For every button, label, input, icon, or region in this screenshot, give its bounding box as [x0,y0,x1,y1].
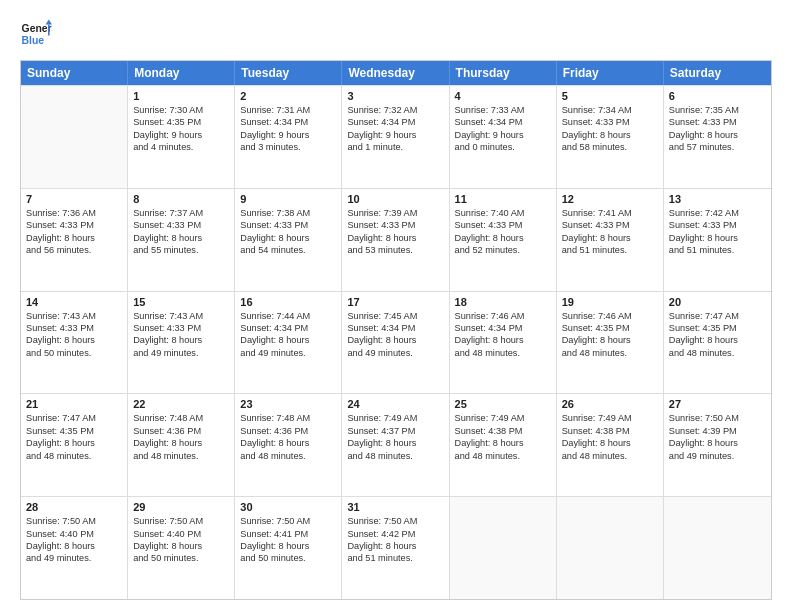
list-item: Sunset: 4:33 PM [562,116,658,128]
list-item: Sunrise: 7:49 AM [455,412,551,424]
table-row [557,497,664,599]
list-item: Daylight: 9 hours [455,129,551,141]
calendar-row-1: 1Sunrise: 7:30 AMSunset: 4:35 PMDaylight… [21,85,771,188]
list-item: Daylight: 8 hours [347,437,443,449]
header: General Blue [20,18,772,50]
list-item: Sunrise: 7:43 AM [26,310,122,322]
list-item: Sunset: 4:38 PM [562,425,658,437]
day-number: 24 [347,398,443,410]
calendar-body: 1Sunrise: 7:30 AMSunset: 4:35 PMDaylight… [21,85,771,599]
list-item: and 48 minutes. [133,450,229,462]
list-item: Sunrise: 7:40 AM [455,207,551,219]
table-row: 8Sunrise: 7:37 AMSunset: 4:33 PMDaylight… [128,189,235,291]
table-row: 31Sunrise: 7:50 AMSunset: 4:42 PMDayligh… [342,497,449,599]
list-item: and 51 minutes. [669,244,766,256]
list-item: Daylight: 8 hours [133,334,229,346]
list-item: Daylight: 8 hours [26,540,122,552]
table-row: 2Sunrise: 7:31 AMSunset: 4:34 PMDaylight… [235,86,342,188]
list-item: Sunset: 4:33 PM [133,219,229,231]
list-item: Sunrise: 7:50 AM [133,515,229,527]
list-item: Sunrise: 7:32 AM [347,104,443,116]
list-item: Sunrise: 7:50 AM [26,515,122,527]
table-row: 19Sunrise: 7:46 AMSunset: 4:35 PMDayligh… [557,292,664,394]
list-item: Sunrise: 7:49 AM [562,412,658,424]
list-item: Daylight: 8 hours [240,232,336,244]
table-row: 15Sunrise: 7:43 AMSunset: 4:33 PMDayligh… [128,292,235,394]
day-number: 31 [347,501,443,513]
list-item: Sunset: 4:34 PM [347,322,443,334]
list-item: and 49 minutes. [669,450,766,462]
list-item: and 48 minutes. [669,347,766,359]
list-item: and 50 minutes. [240,552,336,564]
table-row [664,497,771,599]
day-number: 15 [133,296,229,308]
list-item: Sunrise: 7:43 AM [133,310,229,322]
list-item: Daylight: 8 hours [455,437,551,449]
list-item: Sunrise: 7:45 AM [347,310,443,322]
calendar-row-4: 21Sunrise: 7:47 AMSunset: 4:35 PMDayligh… [21,393,771,496]
list-item: and 57 minutes. [669,141,766,153]
day-number: 11 [455,193,551,205]
list-item: Sunset: 4:33 PM [669,219,766,231]
list-item: Sunrise: 7:46 AM [455,310,551,322]
list-item: Sunset: 4:37 PM [347,425,443,437]
list-item: and 48 minutes. [347,450,443,462]
list-item: Daylight: 8 hours [240,540,336,552]
list-item: Sunset: 4:33 PM [240,219,336,231]
list-item: and 49 minutes. [347,347,443,359]
table-row: 24Sunrise: 7:49 AMSunset: 4:37 PMDayligh… [342,394,449,496]
list-item: Sunrise: 7:37 AM [133,207,229,219]
list-item: Daylight: 8 hours [669,437,766,449]
table-row [450,497,557,599]
day-number: 27 [669,398,766,410]
day-number: 9 [240,193,336,205]
list-item: and 51 minutes. [347,552,443,564]
list-item: and 50 minutes. [26,347,122,359]
list-item: Sunrise: 7:31 AM [240,104,336,116]
list-item: Sunset: 4:34 PM [455,116,551,128]
table-row: 20Sunrise: 7:47 AMSunset: 4:35 PMDayligh… [664,292,771,394]
header-cell-sunday: Sunday [21,61,128,85]
list-item: and 49 minutes. [26,552,122,564]
day-number: 14 [26,296,122,308]
list-item: Daylight: 8 hours [347,334,443,346]
day-number: 20 [669,296,766,308]
list-item: Sunrise: 7:30 AM [133,104,229,116]
list-item: Daylight: 8 hours [26,334,122,346]
list-item: and 58 minutes. [562,141,658,153]
day-number: 4 [455,90,551,102]
table-row: 27Sunrise: 7:50 AMSunset: 4:39 PMDayligh… [664,394,771,496]
list-item: Daylight: 8 hours [26,437,122,449]
table-row: 26Sunrise: 7:49 AMSunset: 4:38 PMDayligh… [557,394,664,496]
list-item: Sunset: 4:35 PM [669,322,766,334]
list-item: Daylight: 8 hours [240,334,336,346]
table-row: 30Sunrise: 7:50 AMSunset: 4:41 PMDayligh… [235,497,342,599]
list-item: Sunset: 4:33 PM [669,116,766,128]
day-number: 10 [347,193,443,205]
list-item: Sunrise: 7:39 AM [347,207,443,219]
list-item: and 51 minutes. [562,244,658,256]
day-number: 2 [240,90,336,102]
list-item: and 48 minutes. [562,450,658,462]
list-item: Sunset: 4:35 PM [26,425,122,437]
day-number: 29 [133,501,229,513]
list-item: Sunrise: 7:33 AM [455,104,551,116]
day-number: 22 [133,398,229,410]
table-row: 3Sunrise: 7:32 AMSunset: 4:34 PMDaylight… [342,86,449,188]
logo-icon: General Blue [20,18,52,50]
list-item: Daylight: 8 hours [455,232,551,244]
list-item: Sunrise: 7:48 AM [133,412,229,424]
header-cell-friday: Friday [557,61,664,85]
list-item: Sunrise: 7:44 AM [240,310,336,322]
table-row: 7Sunrise: 7:36 AMSunset: 4:33 PMDaylight… [21,189,128,291]
list-item: Sunset: 4:40 PM [26,528,122,540]
table-row: 9Sunrise: 7:38 AMSunset: 4:33 PMDaylight… [235,189,342,291]
list-item: Daylight: 8 hours [133,540,229,552]
list-item: Sunset: 4:36 PM [240,425,336,437]
list-item: Daylight: 8 hours [240,437,336,449]
list-item: Daylight: 8 hours [562,437,658,449]
day-number: 7 [26,193,122,205]
list-item: Sunrise: 7:46 AM [562,310,658,322]
list-item: Daylight: 9 hours [347,129,443,141]
table-row: 11Sunrise: 7:40 AMSunset: 4:33 PMDayligh… [450,189,557,291]
